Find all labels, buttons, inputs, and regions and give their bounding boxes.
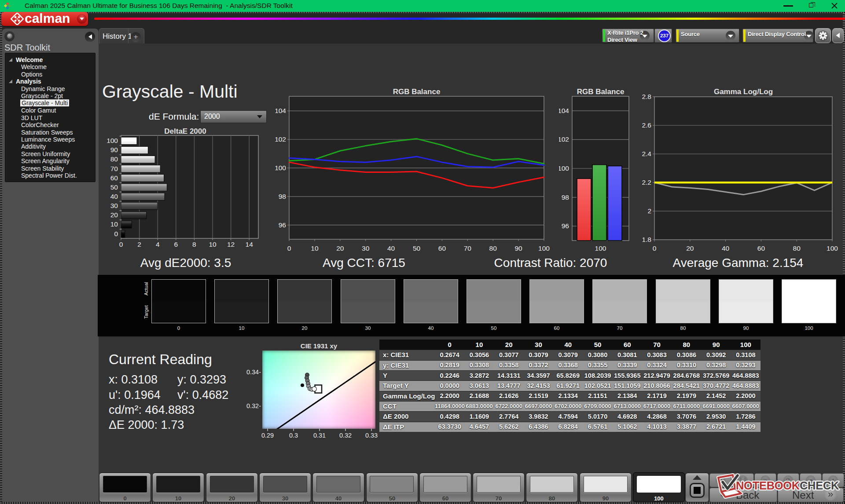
- svg-text:Gamma Log/Log: Gamma Log/Log: [714, 88, 773, 96]
- svg-text:0: 0: [653, 245, 657, 252]
- svg-text:2.4: 2.4: [642, 150, 651, 157]
- svg-text:100: 100: [538, 245, 550, 252]
- svg-text:0: 0: [119, 241, 123, 248]
- svg-text:102: 102: [275, 135, 286, 143]
- svg-text:0.34-: 0.34-: [246, 369, 261, 376]
- svg-text:NOTEBOOKCHECK: NOTEBOOKCHECK: [736, 479, 839, 492]
- svg-text:CIE 1931 xy: CIE 1931 xy: [301, 343, 338, 350]
- svg-text:10: 10: [209, 241, 217, 248]
- svg-text:20: 20: [336, 245, 344, 252]
- svg-text:1.8: 1.8: [642, 236, 651, 243]
- svg-text:0: 0: [287, 245, 291, 252]
- svg-text:50: 50: [413, 245, 421, 252]
- svg-text:100: 100: [595, 245, 606, 252]
- svg-text:60: 60: [110, 174, 118, 182]
- svg-text:10: 10: [110, 220, 118, 228]
- svg-text:90: 90: [110, 146, 118, 153]
- svg-text:4: 4: [156, 241, 160, 248]
- svg-text:30: 30: [362, 245, 370, 252]
- svg-text:100: 100: [827, 245, 838, 252]
- svg-text:0.31: 0.31: [313, 432, 326, 439]
- svg-text:98: 98: [562, 194, 569, 201]
- svg-text:96: 96: [562, 222, 569, 230]
- svg-text:2.2: 2.2: [642, 179, 651, 186]
- svg-text:0.3: 0.3: [289, 432, 298, 439]
- svg-text:20: 20: [686, 245, 694, 252]
- svg-text:100: 100: [275, 164, 286, 172]
- svg-text:60: 60: [757, 245, 765, 252]
- svg-text:0: 0: [114, 230, 118, 237]
- svg-text:90: 90: [514, 245, 522, 252]
- svg-text:104: 104: [275, 107, 286, 114]
- svg-text:70: 70: [110, 165, 118, 172]
- svg-text:8: 8: [192, 241, 196, 248]
- svg-text:80: 80: [489, 245, 497, 252]
- svg-text:40: 40: [722, 245, 730, 252]
- svg-text:12: 12: [227, 241, 235, 248]
- svg-text:40: 40: [387, 245, 395, 252]
- svg-text:98: 98: [279, 193, 286, 200]
- svg-text:40: 40: [110, 193, 118, 200]
- svg-text:102: 102: [559, 135, 569, 143]
- svg-text:2.6: 2.6: [642, 121, 651, 129]
- svg-text:2: 2: [647, 207, 651, 215]
- svg-text:104: 104: [559, 107, 569, 114]
- svg-text:70: 70: [464, 245, 472, 252]
- svg-text:30: 30: [110, 202, 118, 209]
- svg-text:RGB Balance: RGB Balance: [393, 88, 441, 96]
- svg-text:2: 2: [137, 241, 141, 248]
- svg-text:10: 10: [311, 245, 319, 252]
- svg-text:RGB Balance: RGB Balance: [577, 88, 625, 96]
- svg-text:0.29: 0.29: [261, 432, 274, 439]
- svg-text:0.32: 0.32: [339, 432, 352, 439]
- svg-text:DeltaE 2000: DeltaE 2000: [164, 127, 206, 135]
- svg-text:96: 96: [279, 221, 286, 229]
- svg-text:0.33: 0.33: [365, 432, 378, 439]
- svg-text:0.32-: 0.32-: [246, 402, 261, 409]
- svg-text:14: 14: [246, 241, 254, 248]
- svg-text:6: 6: [174, 241, 178, 248]
- svg-text:80: 80: [110, 155, 118, 163]
- svg-text:2.8: 2.8: [642, 93, 651, 100]
- svg-text:100: 100: [559, 164, 569, 172]
- svg-text:20: 20: [110, 211, 118, 219]
- svg-text:80: 80: [793, 245, 801, 252]
- svg-text:50: 50: [110, 183, 118, 191]
- svg-text:100: 100: [107, 137, 118, 144]
- svg-text:60: 60: [438, 245, 446, 252]
